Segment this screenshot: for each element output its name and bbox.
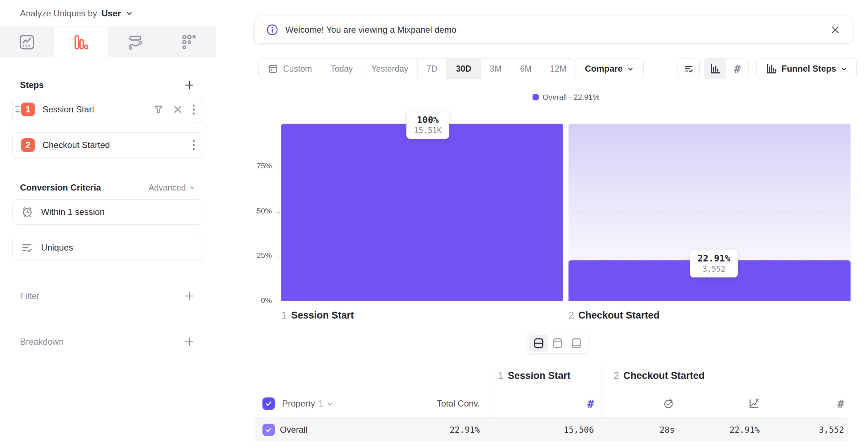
bar-value-tooltip-1: 100% 15.51K	[406, 111, 449, 139]
counting-method-label: Uniques	[41, 243, 196, 253]
step-row-1[interactable]: 1 Session Start	[12, 97, 203, 122]
step-number-badge: 2	[21, 138, 35, 152]
date-range-label: 3M	[490, 64, 502, 74]
group-index: 1	[498, 370, 503, 381]
property-label: Property	[282, 399, 315, 409]
tooltip-count: 3,552	[698, 265, 730, 273]
retention-dots-icon	[181, 34, 197, 51]
plus-icon	[185, 80, 194, 90]
date-range-label: 6M	[520, 64, 532, 74]
date-range-3m[interactable]: 3M	[481, 59, 511, 79]
steps-section-title: Steps	[20, 80, 44, 90]
tooltip-percent: 100%	[414, 115, 442, 125]
table-row-overall[interactable]: Overall 22.91% 15,506 28s 22.91% 3,552	[254, 417, 848, 441]
conversion-rate-icon[interactable]	[748, 398, 760, 409]
calendar-icon	[268, 64, 278, 74]
gridline-50	[568, 212, 851, 213]
total-conv-label: Total Conv.	[437, 399, 480, 409]
property-dropdown[interactable]: Property 1	[282, 399, 333, 409]
analyze-header: Analyze Uniques by User	[0, 0, 216, 27]
bar-value-tooltip-2: 22.91% 3,552	[690, 249, 738, 277]
filter-funnel-icon[interactable]	[153, 104, 164, 115]
percent-view-button[interactable]	[704, 59, 726, 79]
x-axis-step-label-2: 2 Checkout Started	[568, 310, 660, 321]
add-filter-button[interactable]	[183, 290, 196, 302]
property-header-cell: Property 1	[262, 396, 333, 412]
add-step-button[interactable]	[183, 79, 196, 91]
compare-label: Compare	[585, 64, 623, 74]
total-conv-header-cell: Total Conv.	[400, 396, 480, 412]
compare-button[interactable]: Compare	[575, 58, 644, 79]
y-axis-tick-0: 0%	[250, 296, 272, 305]
count-metric-icon[interactable]: #	[837, 397, 844, 410]
uniques-metric-button[interactable]	[678, 58, 700, 79]
table-view-button[interactable]	[548, 335, 567, 352]
date-range-30d[interactable]: 30D	[447, 59, 481, 79]
tab-funnels[interactable]	[54, 27, 108, 57]
conversion-window-setting[interactable]: Within 1 session	[12, 199, 203, 225]
date-range-label: Custom	[283, 64, 312, 74]
list-check-icon	[683, 63, 694, 74]
chart-legend[interactable]: Overall · 22.91%	[281, 93, 851, 101]
date-range-label: Yesterday	[371, 64, 408, 74]
date-range-label: 30D	[456, 64, 471, 74]
tab-insights[interactable]	[0, 27, 54, 57]
funnel-steps-dropdown[interactable]: Funnel Steps	[756, 58, 857, 79]
funnels-bars-icon	[72, 34, 89, 51]
tab-retention[interactable]	[162, 27, 216, 57]
step-row-2[interactable]: 2 Checkout Started	[12, 132, 203, 158]
y-axis-tick-75: 75%	[250, 161, 272, 170]
session-count-value: 15,506	[516, 425, 594, 435]
funnel-chart-plot	[281, 124, 851, 301]
legend-swatch	[533, 94, 539, 100]
funnel-step-1-column[interactable]	[281, 124, 563, 301]
count-metric-icon[interactable]: #	[587, 397, 594, 410]
step-name: Session Start	[291, 310, 354, 321]
axis-tick-mark	[277, 212, 280, 213]
analyze-entity-dropdown[interactable]: User	[101, 8, 121, 19]
step-event-name[interactable]: Session Start	[43, 104, 153, 115]
check-icon	[265, 400, 272, 407]
select-all-checkbox[interactable]	[262, 397, 275, 410]
date-range-today[interactable]: Today	[321, 59, 362, 79]
advanced-dropdown[interactable]: Advanced	[149, 183, 196, 193]
step-event-name[interactable]: Checkout Started	[43, 140, 192, 150]
y-axis-tick-50: 50%	[250, 207, 272, 215]
date-range-control: Custom Today Yesterday 7D 30D 3M 6M 12M	[258, 58, 576, 79]
chevron-down-icon	[627, 65, 634, 72]
chevron-down-icon	[327, 401, 333, 407]
funnel-bar-session-start[interactable]	[281, 124, 563, 301]
plus-icon	[185, 337, 194, 347]
date-range-6m[interactable]: 6M	[511, 59, 541, 79]
value-display-toggle: #	[704, 58, 749, 79]
split-view-button[interactable]	[529, 335, 548, 352]
plus-icon	[185, 291, 194, 301]
date-range-12m[interactable]: 12M	[541, 59, 576, 79]
chart-view-button[interactable]	[567, 335, 586, 352]
time-to-convert-icon[interactable]	[663, 398, 675, 409]
chevron-down-icon	[841, 65, 848, 72]
tab-flows[interactable]	[108, 27, 162, 57]
chevron-down-icon	[125, 9, 133, 17]
add-breakdown-button[interactable]	[183, 336, 196, 348]
date-range-label: 7D	[427, 64, 437, 74]
group-name: Checkout Started	[623, 370, 705, 381]
flows-icon	[127, 34, 144, 51]
sidebar: Analyze Uniques by User	[0, 0, 216, 448]
welcome-message: Welcome! You are viewing a Mixpanel demo	[285, 25, 830, 35]
date-range-custom[interactable]: Custom	[259, 59, 321, 79]
hash-icon: #	[734, 63, 740, 75]
close-icon[interactable]	[830, 25, 840, 35]
date-range-yesterday[interactable]: Yesterday	[362, 59, 418, 79]
drag-handle-icon[interactable]	[15, 106, 20, 112]
number-view-button[interactable]: #	[726, 59, 748, 79]
kebab-menu-icon[interactable]	[192, 139, 196, 151]
kebab-menu-icon[interactable]	[192, 104, 196, 115]
remove-step-icon[interactable]	[173, 105, 182, 114]
counting-method-setting[interactable]: Uniques	[12, 235, 203, 260]
x-axis-step-label-1: 1 Session Start	[281, 310, 354, 321]
filter-section-title: Filter	[20, 291, 39, 301]
row-checkbox[interactable]	[262, 424, 275, 436]
total-conv-value: 22.91%	[400, 425, 480, 435]
date-range-7d[interactable]: 7D	[418, 59, 447, 79]
